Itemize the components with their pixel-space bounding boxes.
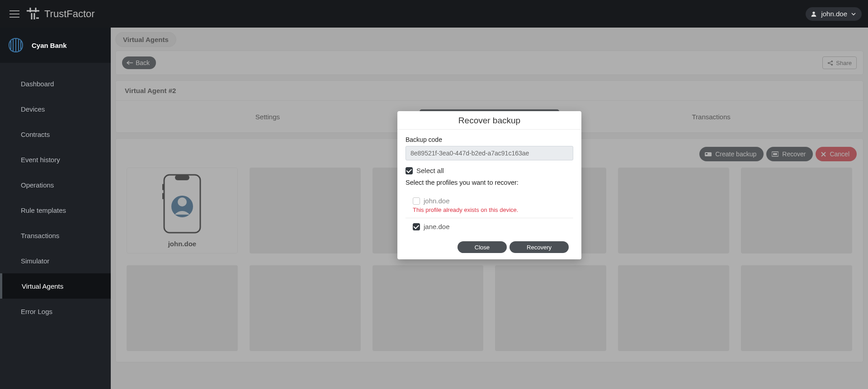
- sidebar-item-event-history[interactable]: Event history: [0, 147, 111, 172]
- user-name: john.doe: [821, 10, 847, 18]
- sidebar-item-label: Transactions: [21, 232, 59, 239]
- brand-logo: TrustFactor: [25, 6, 95, 22]
- backup-code-input[interactable]: [406, 146, 573, 160]
- modal-close-button[interactable]: Close: [458, 241, 507, 253]
- button-label: Recovery: [527, 244, 552, 251]
- recover-backup-modal: Recover backup Backup code Select all Se…: [397, 111, 581, 259]
- modal-title: Recover backup: [397, 111, 581, 130]
- sidebar-item-label: Dashboard: [21, 80, 54, 88]
- sidebar: Cyan Bank Dashboard Devices Contracts Ev…: [0, 28, 111, 389]
- modal-overlay[interactable]: Recover backup Backup code Select all Se…: [111, 28, 868, 389]
- hamburger-menu-button[interactable]: [6, 6, 23, 22]
- profile-error-note: This profile already exists on this devi…: [406, 205, 573, 218]
- sidebar-item-simulator[interactable]: Simulator: [0, 248, 111, 273]
- sidebar-item-operations[interactable]: Operations: [0, 172, 111, 197]
- sidebar-item-label: Event history: [21, 156, 60, 164]
- select-all-label: Select all: [416, 167, 444, 174]
- sidebar-item-label: Contracts: [21, 131, 50, 138]
- tenant-name: Cyan Bank: [32, 42, 67, 49]
- user-menu[interactable]: john.doe: [806, 7, 862, 21]
- profile-checkbox-johndoe[interactable]: [413, 197, 420, 205]
- button-label: Close: [475, 244, 490, 251]
- sidebar-item-transactions[interactable]: Transactions: [0, 223, 111, 248]
- sidebar-item-label: Error Logs: [21, 308, 52, 315]
- brand-name: TrustFactor: [44, 8, 95, 20]
- app-header: TrustFactor john.doe: [0, 0, 868, 28]
- sidebar-item-label: Simulator: [21, 257, 49, 265]
- profile-name-label: john.doe: [424, 197, 450, 205]
- tenant-header[interactable]: Cyan Bank: [0, 28, 111, 63]
- modal-instruction: Select the profiles you want to recover:: [406, 179, 573, 186]
- profile-name-label: jane.doe: [424, 223, 450, 230]
- sidebar-item-error-logs[interactable]: Error Logs: [0, 299, 111, 324]
- sidebar-item-devices[interactable]: Devices: [0, 96, 111, 122]
- sidebar-item-label: Virtual Agents: [22, 282, 63, 290]
- tenant-logo-icon: [6, 36, 25, 55]
- chevron-down-icon: [851, 11, 856, 17]
- sidebar-item-virtual-agents[interactable]: Virtual Agents: [0, 273, 111, 299]
- main-content: Virtual Agents Back Share Virtual Agent …: [111, 28, 868, 389]
- svg-point-0: [813, 11, 815, 14]
- backup-code-label: Backup code: [406, 136, 573, 143]
- sidebar-item-dashboard[interactable]: Dashboard: [0, 71, 111, 96]
- logo-icon: [25, 6, 41, 22]
- sidebar-item-label: Rule templates: [21, 206, 66, 214]
- modal-recovery-button[interactable]: Recovery: [509, 241, 569, 253]
- sidebar-item-label: Operations: [21, 181, 54, 189]
- select-all-checkbox[interactable]: [406, 167, 413, 174]
- profile-checkbox-janedoe[interactable]: [413, 223, 420, 230]
- sidebar-item-label: Devices: [21, 105, 45, 113]
- sidebar-item-contracts[interactable]: Contracts: [0, 122, 111, 147]
- menu-icon: [9, 10, 19, 18]
- sidebar-item-rule-templates[interactable]: Rule templates: [0, 197, 111, 223]
- person-icon: [810, 10, 817, 18]
